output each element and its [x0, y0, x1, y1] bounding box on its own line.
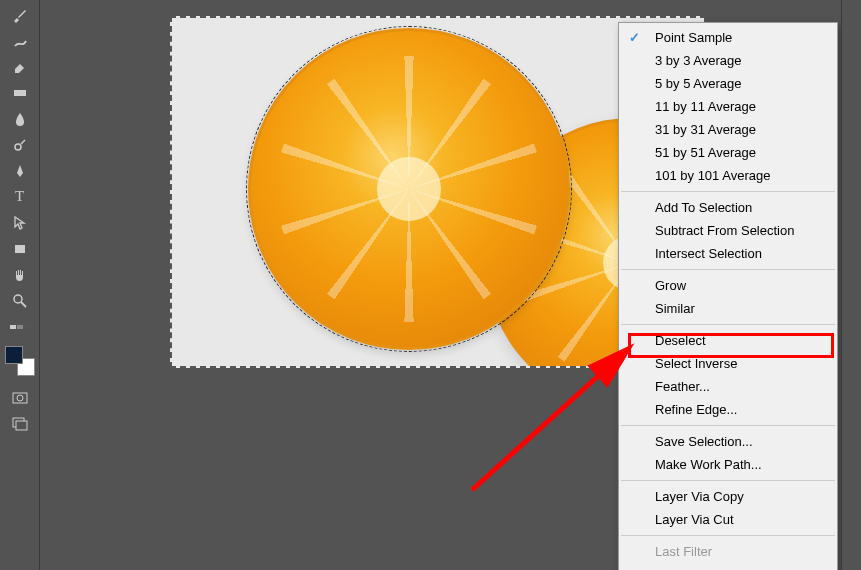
orange-slice-front: [248, 28, 570, 350]
menu-last-filter: Last Filter: [619, 540, 837, 563]
svg-rect-0: [14, 90, 26, 96]
svg-point-3: [14, 295, 22, 303]
svg-rect-5: [17, 325, 23, 329]
svg-line-12: [472, 350, 627, 490]
svg-rect-10: [16, 421, 27, 430]
menu-3x3-average[interactable]: 3 by 3 Average: [619, 49, 837, 72]
text-tool[interactable]: T: [7, 184, 33, 209]
blur-tool[interactable]: [7, 106, 33, 131]
svg-rect-6: [24, 325, 30, 329]
menu-refine-edge[interactable]: Refine Edge...: [619, 398, 837, 421]
menu-layer-via-cut[interactable]: Layer Via Cut: [619, 508, 837, 531]
menu-separator: [621, 269, 835, 270]
menu-5x5-average[interactable]: 5 by 5 Average: [619, 72, 837, 95]
menu-select-inverse[interactable]: Select Inverse: [619, 352, 837, 375]
menu-make-work-path[interactable]: Make Work Path...: [619, 453, 837, 476]
menu-similar[interactable]: Similar: [619, 297, 837, 320]
menu-separator: [621, 191, 835, 192]
zoom-tool[interactable]: [7, 288, 33, 313]
gradient-tool[interactable]: [7, 80, 33, 105]
menu-51x51-average[interactable]: 51 by 51 Average: [619, 141, 837, 164]
menu-separator: [621, 480, 835, 481]
right-panel-edge: [841, 0, 861, 570]
menu-grow[interactable]: Grow: [619, 274, 837, 297]
menu-add-to-selection[interactable]: Add To Selection: [619, 196, 837, 219]
eraser-tool[interactable]: [7, 54, 33, 79]
menu-separator: [621, 324, 835, 325]
color-swatch[interactable]: [5, 346, 35, 376]
dodge-tool[interactable]: [7, 132, 33, 157]
color-sampler-icon[interactable]: [7, 314, 33, 339]
menu-layer-via-copy[interactable]: Layer Via Copy: [619, 485, 837, 508]
menu-31x31-average[interactable]: 31 by 31 Average: [619, 118, 837, 141]
tool-palette: T: [0, 0, 40, 570]
menu-101x101-average[interactable]: 101 by 101 Average: [619, 164, 837, 187]
context-menu: Point Sample 3 by 3 Average 5 by 5 Avera…: [618, 22, 838, 570]
svg-point-1: [15, 144, 21, 150]
menu-11x11-average[interactable]: 11 by 11 Average: [619, 95, 837, 118]
svg-rect-2: [15, 245, 25, 253]
menu-fade: Fade...: [619, 563, 837, 570]
menu-separator: [621, 535, 835, 536]
menu-point-sample[interactable]: Point Sample: [619, 26, 837, 49]
menu-deselect[interactable]: Deselect: [619, 329, 837, 352]
menu-subtract-from-selection[interactable]: Subtract From Selection: [619, 219, 837, 242]
screenmode-toggle[interactable]: [7, 411, 33, 436]
brush-tool[interactable]: [7, 2, 33, 27]
svg-rect-4: [10, 325, 16, 329]
menu-save-selection[interactable]: Save Selection...: [619, 430, 837, 453]
foreground-color[interactable]: [5, 346, 23, 364]
menu-feather[interactable]: Feather...: [619, 375, 837, 398]
svg-point-8: [17, 395, 23, 401]
hand-tool[interactable]: [7, 262, 33, 287]
pen-tool[interactable]: [7, 158, 33, 183]
path-select-tool[interactable]: [7, 210, 33, 235]
rectangle-tool[interactable]: [7, 236, 33, 261]
history-brush-tool[interactable]: [7, 28, 33, 53]
quickmask-toggle[interactable]: [7, 385, 33, 410]
menu-intersect-selection[interactable]: Intersect Selection: [619, 242, 837, 265]
menu-separator: [621, 425, 835, 426]
